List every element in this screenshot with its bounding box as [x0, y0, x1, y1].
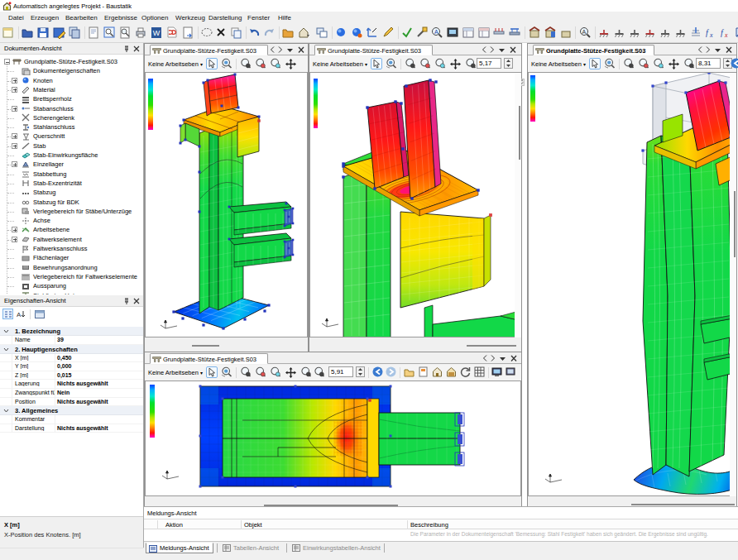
svg-text:x: x — [724, 31, 728, 39]
svg-text:f: f — [706, 28, 709, 37]
svg-text:A: A — [434, 29, 438, 35]
svg-text:A: A — [582, 29, 587, 35]
svg-text:A: A — [17, 311, 22, 318]
svg-text:f: f — [721, 28, 724, 37]
svg-text:W: W — [153, 29, 161, 37]
svg-text:x: x — [709, 31, 713, 39]
